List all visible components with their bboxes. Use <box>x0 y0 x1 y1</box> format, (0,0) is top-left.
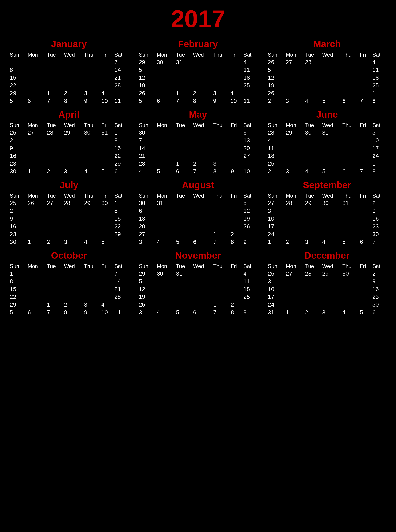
calendar-week-row: 511 <box>138 66 258 74</box>
weekday-header: Tue <box>175 263 192 270</box>
calendar-day <box>83 215 100 223</box>
calendar-day <box>341 230 359 238</box>
calendar-week-row: 30123456 <box>9 168 129 175</box>
calendar-week-row: 39 <box>267 278 387 285</box>
calendar-day: 31 <box>156 199 175 207</box>
month-name: January <box>9 39 129 49</box>
calendar-day <box>285 207 304 215</box>
month-block-may: MaySunMonTueWedThuFriSat3067131420212728… <box>136 108 261 177</box>
weekday-header: Wed <box>192 51 212 58</box>
calendar-day <box>46 58 63 66</box>
calendar-day: 6 <box>114 168 129 175</box>
calendar-day: 1 <box>46 301 63 309</box>
calendar-day: 25 <box>9 199 27 207</box>
calendar-day: 4 <box>100 301 114 309</box>
calendar-week-row: 2430 <box>267 301 387 309</box>
calendar-day: 8 <box>230 309 243 316</box>
calendar-day: 11 <box>243 66 258 74</box>
calendar-day <box>359 58 372 66</box>
calendar-day: 6 <box>372 309 387 316</box>
calendar-day <box>46 160 63 168</box>
calendar-day: 10 <box>100 309 114 316</box>
calendar-day <box>27 58 46 66</box>
calendar-day: 22 <box>9 82 27 89</box>
calendar-day <box>175 129 192 137</box>
weekday-header: Sat <box>114 122 129 129</box>
calendar-day <box>359 278 372 285</box>
calendar-day <box>321 58 341 66</box>
calendar-day: 3 <box>212 89 229 97</box>
weekday-header: Fri <box>100 51 114 58</box>
weekday-header: Mon <box>27 51 46 58</box>
calendar-day: 2 <box>267 97 285 105</box>
calendar-day: 5 <box>321 168 341 175</box>
month-block-february: FebruarySunMonTueWedThuFriSat29303145111… <box>136 38 261 106</box>
calendar-day: 2 <box>9 137 27 144</box>
calendar-day <box>359 89 372 97</box>
calendar-day: 20 <box>243 144 258 152</box>
calendar-week-row: 28 <box>9 207 129 215</box>
calendar-day: 2 <box>63 301 83 309</box>
calendar-day: 27 <box>267 199 285 207</box>
calendar-day <box>156 293 175 301</box>
calendar-day <box>100 285 114 293</box>
calendar-week-row: 291234 <box>9 89 129 97</box>
calendar-day <box>285 144 304 152</box>
calendar-day <box>100 160 114 168</box>
calendar-day <box>285 82 304 89</box>
weekday-header: Sat <box>243 51 258 58</box>
calendar-day: 28 <box>138 160 156 168</box>
calendar-day: 6 <box>192 309 213 316</box>
weekday-header: Sun <box>138 263 156 270</box>
calendar-week-row: 2345678 <box>267 168 387 175</box>
weekday-header: Mon <box>156 122 175 129</box>
calendar-day: 21 <box>138 152 156 160</box>
calendar-day: 12 <box>267 74 285 82</box>
calendar-day: 4 <box>83 238 100 246</box>
calendar-day <box>359 152 372 160</box>
weekday-header: Thu <box>83 192 100 199</box>
weekday-header: Wed <box>192 122 213 129</box>
calendar-day: 22 <box>9 293 27 301</box>
calendar-day <box>175 82 192 89</box>
calendar-day <box>46 230 63 238</box>
calendar-day: 5 <box>138 278 156 285</box>
weekday-header: Sun <box>138 122 156 129</box>
calendar-day: 18 <box>267 152 285 160</box>
calendar-week-row: 1234567 <box>267 238 387 246</box>
calendar-day <box>46 270 63 278</box>
calendar-day: 8 <box>372 168 387 175</box>
calendar-day: 13 <box>138 215 156 223</box>
calendar-day: 8 <box>9 66 27 74</box>
calendar-day: 16 <box>9 223 27 230</box>
calendar-day <box>321 230 341 238</box>
calendar-day <box>321 74 341 82</box>
calendar-day <box>321 137 341 144</box>
calendar-day: 30 <box>156 58 175 66</box>
calendar-day: 3 <box>285 168 304 175</box>
calendar-day: 6 <box>27 309 46 316</box>
calendar-day <box>212 199 230 207</box>
calendar-day <box>83 74 100 82</box>
calendar-day <box>230 74 243 82</box>
calendar-week-row: 814 <box>9 278 129 285</box>
calendar-week-row: 1218 <box>267 74 387 82</box>
calendar-day <box>359 74 372 82</box>
calendar-week-row: 2345678 <box>267 97 387 105</box>
calendar-day <box>83 82 100 89</box>
calendar-day: 30 <box>372 301 387 309</box>
calendar-day: 8 <box>212 168 230 175</box>
weekday-header: Sun <box>9 263 27 270</box>
calendar-day <box>304 285 321 293</box>
calendar-day: 25 <box>267 160 285 168</box>
calendar-day <box>212 152 230 160</box>
weekday-header: Sat <box>114 263 129 270</box>
weekday-header: Tue <box>304 263 321 270</box>
calendar-day <box>359 137 372 144</box>
calendar-day <box>46 137 63 144</box>
calendar-day: 2 <box>192 160 213 168</box>
calendar-week-row: 282930313 <box>267 129 387 137</box>
calendar-day: 12 <box>243 207 258 215</box>
weekday-header: Fri <box>359 51 372 58</box>
calendar-day <box>27 293 46 301</box>
